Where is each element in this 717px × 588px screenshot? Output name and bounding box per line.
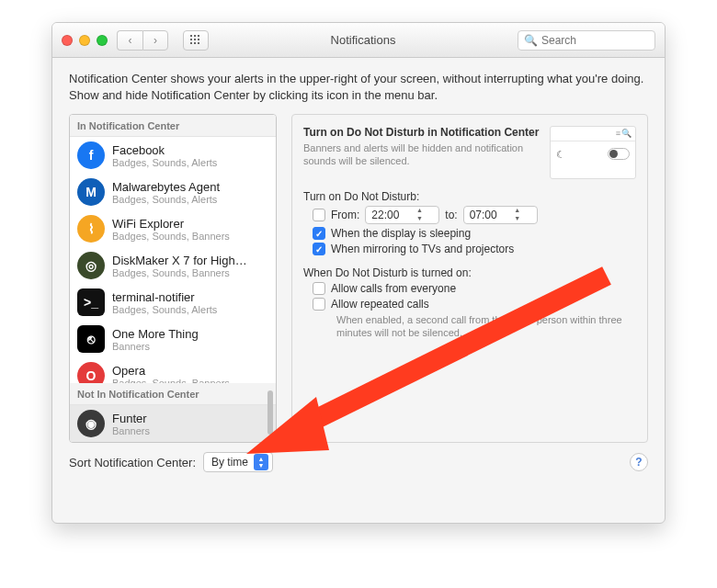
svg-rect-2 [198, 35, 199, 37]
from-checkbox[interactable] [313, 209, 325, 221]
traffic-lights [62, 35, 108, 46]
grid-icon [190, 35, 201, 46]
titlebar: ‹ › Notifications 🔍 [52, 23, 665, 58]
svg-rect-6 [190, 42, 192, 44]
help-button[interactable]: ? [630, 453, 648, 471]
section-not-in-nc: Not In Notification Center [70, 383, 276, 405]
dnd-desc: Banners and alerts will be hidden and no… [303, 141, 541, 168]
sort-value: By time [211, 456, 248, 469]
svg-rect-7 [194, 42, 196, 44]
to-time-field[interactable]: 07:00 ▲▼ [463, 206, 538, 224]
sort-label: Sort Notification Center: [69, 456, 196, 469]
app-icon: M [77, 178, 105, 206]
app-name: WiFi Explorer [112, 217, 230, 231]
app-row[interactable]: ⌇WiFi ExplorerBadges, Sounds, Banners [70, 210, 276, 247]
back-button[interactable]: ‹ [117, 30, 142, 51]
section-in-nc: In Notification Center [70, 115, 276, 137]
window-title: Notifications [218, 33, 508, 47]
svg-rect-5 [198, 39, 199, 40]
app-sub: Banners [112, 341, 199, 352]
search-field[interactable]: 🔍 [518, 30, 655, 51]
mirror-checkbox[interactable] [313, 243, 325, 255]
select-arrows-icon: ▲▼ [254, 454, 268, 470]
app-name: Funter [112, 412, 150, 425]
when-on-label: When Do Not Disturb is turned on: [303, 266, 636, 279]
svg-rect-8 [198, 42, 199, 44]
to-label: to: [445, 209, 457, 221]
search-icon: 🔍 [621, 129, 632, 138]
app-row[interactable]: ◉FunterBanners [70, 405, 276, 442]
repeated-label: Allow repeated calls [331, 298, 429, 311]
repeated-footnote: When enabled, a second call from the sam… [303, 313, 636, 340]
app-name: One More Thing [112, 327, 199, 341]
zoom-button[interactable] [97, 35, 108, 46]
show-all-button[interactable] [183, 30, 209, 51]
svg-rect-3 [190, 39, 192, 40]
app-row[interactable]: fFacebookBadges, Sounds, Alerts [70, 137, 276, 174]
app-row[interactable]: MMalwarebytes AgentBadges, Sounds, Alert… [70, 174, 276, 210]
app-sub: Badges, Sounds, Alerts [112, 304, 217, 315]
app-icon: ⎋ [77, 325, 105, 353]
search-input[interactable] [541, 34, 649, 47]
stepper[interactable]: ▲▼ [502, 207, 533, 223]
app-icon: f [77, 141, 105, 169]
dnd-switch-preview [608, 148, 630, 160]
moon-icon: ☾ [556, 149, 565, 161]
app-row[interactable]: >_terminal-notifierBadges, Sounds, Alert… [70, 284, 276, 321]
settings-panel: Turn on Do Not Disturb in Notification C… [291, 114, 648, 443]
app-icon: O [77, 362, 105, 383]
app-sub: Badges, Sounds, Banners [112, 267, 247, 278]
app-icon: ◎ [77, 252, 105, 279]
stepper[interactable]: ▲▼ [404, 207, 435, 223]
bottom-bar: Sort Notification Center: By time ▲▼ ? [69, 452, 648, 472]
app-row[interactable]: ⎋One More ThingBanners [70, 321, 276, 357]
svg-rect-1 [194, 35, 196, 37]
dnd-title: Turn on Do Not Disturb in Notification C… [303, 126, 541, 139]
from-time-value: 22:00 [370, 209, 401, 221]
dnd-preview: 🔍 ≡ ☾ [550, 126, 636, 179]
app-row[interactable]: OOperaBadges, Sounds, Banners [70, 357, 276, 383]
sleep-label: When the display is sleeping [331, 227, 471, 240]
apps-not-in-list: ◉FunterBanners [70, 405, 276, 442]
app-sub: Badges, Sounds, Alerts [112, 194, 220, 205]
apps-in-list: fFacebookBadges, Sounds, AlertsMMalwareb… [70, 137, 276, 383]
from-time-field[interactable]: 22:00 ▲▼ [365, 206, 439, 224]
app-name: DiskMaker X 7 for High… [112, 254, 247, 267]
app-sub: Badges, Sounds, Alerts [112, 157, 217, 168]
sort-select[interactable]: By time ▲▼ [203, 452, 273, 472]
app-name: Malwarebytes Agent [112, 180, 220, 194]
svg-rect-0 [190, 35, 192, 37]
app-icon: ⌇ [77, 215, 105, 243]
mirror-label: When mirroring to TVs and projectors [331, 243, 514, 255]
app-sub: Banners [112, 425, 150, 436]
search-icon: 🔍 [524, 34, 538, 47]
close-button[interactable] [62, 35, 73, 46]
sleep-checkbox[interactable] [313, 227, 325, 240]
preferences-window: ‹ › Notifications 🔍 Notification Center … [51, 22, 666, 524]
nav-buttons: ‹ › [117, 30, 168, 51]
content-area: Notification Center shows your alerts in… [52, 58, 665, 481]
forward-button[interactable]: › [142, 30, 168, 51]
from-label: From: [331, 209, 359, 221]
svg-rect-4 [194, 39, 196, 40]
scrollbar-thumb[interactable] [267, 390, 273, 435]
intro-text: Notification Center shows your alerts in… [69, 71, 648, 103]
everyone-label: Allow calls from everyone [331, 282, 456, 295]
app-row[interactable]: ◎DiskMaker X 7 for High…Badges, Sounds, … [70, 247, 276, 284]
to-time-value: 07:00 [468, 209, 499, 221]
menu-icon: ≡ [616, 129, 620, 138]
everyone-checkbox[interactable] [313, 282, 325, 295]
app-name: Opera [112, 364, 230, 378]
turn-on-label: Turn on Do Not Disturb: [303, 190, 636, 203]
app-icon: >_ [77, 288, 105, 316]
app-icon: ◉ [77, 410, 105, 437]
app-list-panel: In Notification Center fFacebookBadges, … [69, 114, 277, 443]
app-sub: Badges, Sounds, Banners [112, 231, 230, 242]
app-name: Facebook [112, 143, 217, 157]
minimize-button[interactable] [79, 35, 90, 46]
app-name: terminal-notifier [112, 290, 217, 304]
repeated-checkbox[interactable] [313, 298, 325, 311]
